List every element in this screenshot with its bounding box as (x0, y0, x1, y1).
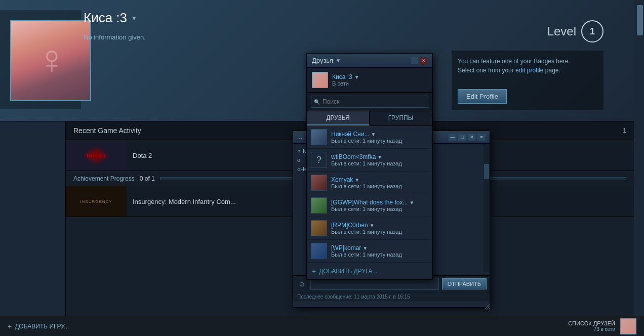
chat-restore-btn[interactable]: □ (458, 134, 466, 141)
friend-name-6: [WP]komar ▼ (331, 244, 428, 251)
friend-status-5: Был в сети: 1 минуту назад (331, 229, 428, 235)
friend-dropdown-6[interactable]: ▼ (363, 245, 368, 251)
resize-handle[interactable] (485, 302, 490, 307)
level-text: Level (547, 24, 576, 38)
friend-name-4: [GGWP]What does the fox... ▼ (331, 199, 428, 206)
send-button[interactable]: ОТПРАВИТЬ (442, 278, 487, 289)
friend-avatar-6 (311, 243, 327, 259)
search-input[interactable] (311, 96, 428, 108)
add-game-button[interactable]: + ДОБАВИТЬ ИГРУ... (8, 322, 69, 330)
friends-title-text: Друзья (312, 57, 333, 64)
avatar (10, 20, 91, 101)
tab-groups[interactable]: ГРУППЫ (370, 111, 432, 125)
friend-details-5: [RPM]C0rben ▼ Был в сети: 1 минуту назад (331, 222, 428, 235)
search-box: 🔍 (307, 93, 432, 111)
friend-dropdown-2[interactable]: ▼ (377, 154, 382, 160)
chat-scroll-thumb[interactable] (484, 164, 489, 179)
chat-close-btn[interactable]: ✕ (468, 134, 476, 141)
friend-status-6: Был в сети: 1 минуту назад (331, 251, 428, 258)
friend-avatar-4 (311, 197, 327, 214)
popup-controls: — ✕ (411, 57, 427, 64)
friend-details-6: [WP]komar ▼ Был в сети: 1 минуту назад (331, 244, 428, 258)
list-item[interactable]: [GGWP]What does the fox... ▼ Был в сети:… (307, 194, 432, 217)
chat-minimize-btn[interactable]: — (449, 134, 457, 141)
popup-close-button[interactable]: ✕ (420, 57, 427, 64)
insurgency-image (66, 186, 127, 217)
list-item[interactable]: ? wtiBOom<3mfka ▼ Был в сети: 1 минуту н… (307, 149, 432, 172)
chat-controls: — □ ✕ ≡ (449, 134, 486, 141)
current-user-name: Киса :3 ▼ (332, 73, 427, 80)
friend-name-3: Xomyak ▼ (331, 176, 428, 183)
friend-list-avatar (620, 318, 636, 334)
friends-tabs: ДРУЗЬЯ ГРУППЫ (307, 111, 432, 126)
friend-count: 73 в сети (568, 326, 615, 332)
friend-name-5: [RPM]C0rben ▼ (331, 222, 428, 229)
add-friend-row[interactable]: + ДОБАВИТЬ ДРУГА... (307, 263, 432, 279)
badge-suffix: page. (545, 67, 560, 74)
friend-dropdown-3[interactable]: ▼ (354, 177, 359, 183)
badge-subtext: Select one from your (458, 67, 515, 74)
svg-line-2 (489, 308, 490, 309)
recent-activity-count: 1 (623, 127, 626, 134)
bottom-bar: + ДОБАВИТЬ ИГРУ... СПИСОК ДРУЗЕЙ 73 в се… (0, 316, 644, 336)
profile-bio: No information given. (84, 33, 457, 41)
friends-dropdown-arrow[interactable]: ▼ (336, 58, 341, 63)
friend-details-1: Никнэй Сни... ▼ Был в сети: 1 минуту наз… (331, 131, 428, 144)
friends-popup-header: Друзья ▼ — ✕ (307, 54, 432, 68)
edit-profile-link[interactable]: edit profile (515, 67, 543, 74)
friend-status-3: Был в сети: 1 минуту назад (331, 183, 428, 189)
friend-name-1: Никнэй Сни... ▼ (331, 131, 428, 138)
recent-activity-title: Recent Game Activity (73, 127, 141, 135)
friend-dropdown-4[interactable]: ▼ (409, 200, 414, 205)
list-item[interactable]: [WP]komar ▼ Был в сети: 1 минуту назад (307, 240, 432, 263)
tab-friends[interactable]: ДРУЗЬЯ (307, 111, 370, 125)
friend-dropdown-1[interactable]: ▼ (371, 132, 376, 137)
list-item[interactable]: Xomyak ▼ Был в сети: 1 минуту назад (307, 172, 432, 194)
list-item[interactable]: [RPM]C0rben ▼ Был в сети: 1 минуту назад (307, 217, 432, 240)
add-game-plus-icon: + (8, 322, 12, 330)
friend-status-4: Был в сети: 1 минуту назад (331, 206, 428, 212)
achievement-val: 0 of 1 (140, 175, 155, 182)
add-friend-label: ДОБАВИТЬ ДРУГА... (319, 268, 377, 275)
chat-menu-btn[interactable]: ≡ (477, 134, 486, 141)
friend-list-info[interactable]: СПИСОК ДРУЗЕЙ 73 в сети (568, 318, 636, 334)
current-user-dropdown[interactable]: ▼ (354, 74, 359, 80)
friend-name-2: wtiBOom<3mfka ▼ (331, 153, 428, 160)
popup-minimize-button[interactable]: — (411, 57, 418, 64)
level-circle: 1 (581, 20, 603, 43)
friend-avatar-1 (311, 129, 327, 145)
current-user-row[interactable]: Киса :3 ▼ В сети (307, 68, 432, 93)
search-wrapper: 🔍 (311, 96, 428, 108)
current-user-status: В сети (332, 80, 427, 87)
friend-dropdown-5[interactable]: ▼ (370, 223, 375, 228)
friend-details-3: Xomyak ▼ Был в сети: 1 минуту назад (331, 176, 428, 189)
friend-avatar-2: ? (311, 152, 327, 168)
friend-status-2: Был в сети: 1 минуту назад (331, 160, 428, 166)
profile-name: Киса :3 ▼ (84, 10, 457, 26)
dota-image (66, 140, 127, 171)
profile-dropdown-arrow[interactable]: ▼ (131, 15, 137, 22)
current-user-avatar (312, 72, 328, 88)
chat-right-scroll[interactable] (484, 144, 490, 272)
current-user-name-text: Киса :3 (332, 73, 352, 80)
friends-popup: Друзья ▼ — ✕ Киса :3 ▼ В сети 🔍 ДРУЗЬЯ Г… (306, 53, 433, 280)
badge-text: You can feature one of your Badges here. (458, 58, 570, 65)
badge-area: You can feature one of your Badges here.… (452, 51, 603, 110)
chat-title: ... (297, 134, 302, 141)
achievement-label: Achievement Progress (73, 175, 135, 182)
scrollbar-thumb[interactable] (637, 5, 643, 35)
list-item[interactable]: Никнэй Сни... ▼ Был в сети: 1 минуту наз… (307, 126, 432, 149)
friend-details-4: [GGWP]What does the fox... ▼ Был в сети:… (331, 199, 428, 212)
emoji-button[interactable]: ☺ (296, 278, 307, 289)
friend-status-1: Был в сети: 1 минуту назад (331, 138, 428, 144)
friend-avatar-3 (311, 175, 327, 191)
friend-details-2: wtiBOom<3mfka ▼ Был в сети: 1 минуту наз… (331, 153, 428, 166)
profile-name-text: Киса :3 (84, 10, 127, 26)
add-friend-icon: + (312, 267, 316, 275)
friends-title: Друзья ▼ (312, 57, 341, 64)
current-user-info: Киса :3 ▼ В сети (332, 73, 427, 87)
edit-profile-button[interactable]: Edit Profile (458, 89, 507, 104)
scrollbar-right[interactable] (636, 0, 644, 316)
friend-list-text-group: СПИСОК ДРУЗЕЙ 73 в сети (568, 320, 615, 332)
level-badge: Level 1 (547, 20, 603, 43)
